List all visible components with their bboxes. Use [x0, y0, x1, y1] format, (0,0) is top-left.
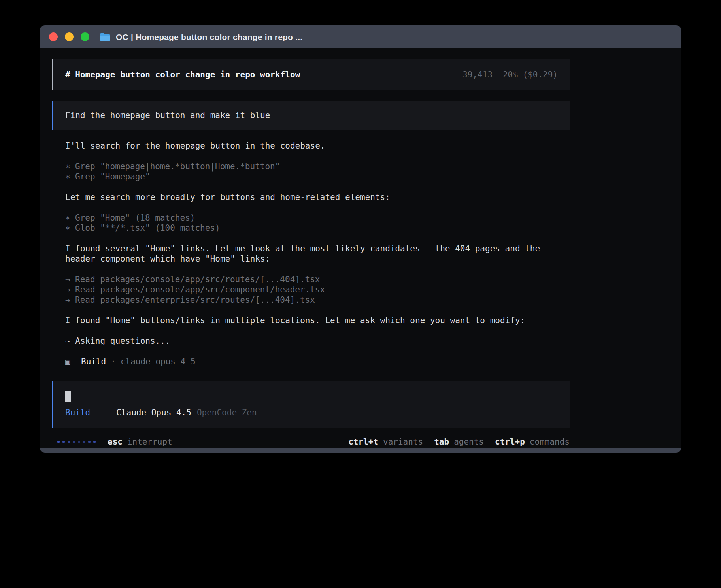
shortcut-agents: tab agents	[434, 437, 484, 447]
session-title: # Homepage button color change in repo w…	[65, 70, 300, 80]
status-bar: esc interrupt ctrl+t variants tab agents…	[52, 437, 570, 447]
token-count: 39,413	[462, 70, 493, 80]
agent-square-dot-icon: ▣	[65, 356, 81, 367]
arrow-right-icon: →	[65, 295, 75, 305]
separator-dot: ·	[111, 356, 116, 367]
tool-call-read: →Read packages/enterprise/src/routes/[..…	[65, 295, 570, 305]
provider-name: OpenCode Zen	[197, 407, 257, 418]
shortcut-variants: ctrl+t variants	[348, 437, 423, 447]
tool-call-group: →Read packages/console/app/src/routes/[.…	[65, 274, 570, 305]
tool-call-grep: ∗Grep "Home" (18 matches)	[65, 213, 570, 223]
agent-name: Build	[81, 356, 106, 367]
text-cursor	[65, 391, 71, 402]
input-meta: Build Claude Opus 4.5 OpenCode Zen	[65, 407, 558, 418]
traffic-lights	[49, 32, 89, 41]
tool-call-glob: ∗Glob "**/*.tsx" (100 matches)	[65, 223, 570, 233]
model-name[interactable]: Claude Opus 4.5	[116, 407, 191, 418]
zoom-button[interactable]	[81, 32, 89, 41]
assistant-text: I found "Home" buttons/links in multiple…	[65, 315, 570, 326]
status-asking-questions: ~ Asking questions...	[65, 336, 570, 346]
session-stats: 39,413 20% ($0.29)	[462, 70, 558, 80]
tui-root: # Homepage button color change in repo w…	[52, 48, 570, 447]
close-button[interactable]	[49, 32, 58, 41]
tool-call-grep: ∗Grep "Homepage"	[65, 172, 570, 182]
tool-call-group: ∗Grep "homepage|home.*button|Home.*butto…	[65, 161, 570, 182]
context-usage: 20% ($0.29)	[503, 70, 558, 80]
shortcut-commands: ctrl+p commands	[495, 437, 570, 447]
terminal-window: OC | Homepage button color change in rep…	[40, 25, 681, 453]
folder-icon	[100, 32, 111, 41]
tool-asterisk-icon: ∗	[65, 161, 75, 172]
tool-asterisk-icon: ∗	[65, 223, 75, 233]
user-message: Find the homepage button and make it blu…	[52, 101, 570, 130]
statusbar-right: ctrl+t variants tab agents ctrl+p comman…	[348, 437, 570, 447]
agent-model-line: ▣ Build · claude-opus-4-5	[65, 356, 570, 367]
spinner-dots-icon	[57, 441, 96, 443]
tool-asterisk-icon: ∗	[65, 213, 75, 223]
arrow-right-icon: →	[65, 274, 75, 285]
titlebar[interactable]: OC | Homepage button color change in rep…	[40, 25, 681, 48]
tool-call-read: →Read packages/console/app/src/routes/[.…	[65, 274, 570, 285]
user-message-text: Find the homepage button and make it blu…	[65, 111, 270, 120]
arrow-right-icon: →	[65, 285, 75, 295]
tool-call-read: →Read packages/console/app/src/component…	[65, 285, 570, 295]
terminal-screen[interactable]: # Homepage button color change in repo w…	[40, 48, 681, 448]
window-title: OC | Homepage button color change in rep…	[116, 33, 302, 41]
tool-call-group: ∗Grep "Home" (18 matches) ∗Glob "**/*.ts…	[65, 213, 570, 233]
prompt-input[interactable]: Build Claude Opus 4.5 OpenCode Zen	[52, 381, 570, 428]
assistant-text: Let me search more broadly for buttons a…	[65, 192, 570, 202]
shortcut-key-esc: esc	[108, 437, 123, 447]
assistant-text: I'll search for the homepage button in t…	[65, 141, 570, 151]
shortcut-label-interrupt: interrupt	[127, 437, 172, 447]
agent-badge[interactable]: Build	[65, 407, 90, 418]
minimize-button[interactable]	[65, 32, 74, 41]
session-header: # Homepage button color change in repo w…	[52, 59, 570, 90]
tool-call-grep: ∗Grep "homepage|home.*button|Home.*butto…	[65, 161, 570, 172]
model-id: claude-opus-4-5	[121, 356, 196, 367]
statusbar-left: esc interrupt	[57, 437, 172, 447]
tool-asterisk-icon: ∗	[65, 172, 75, 182]
assistant-text: I found several "Home" links. Let me loo…	[65, 243, 570, 264]
